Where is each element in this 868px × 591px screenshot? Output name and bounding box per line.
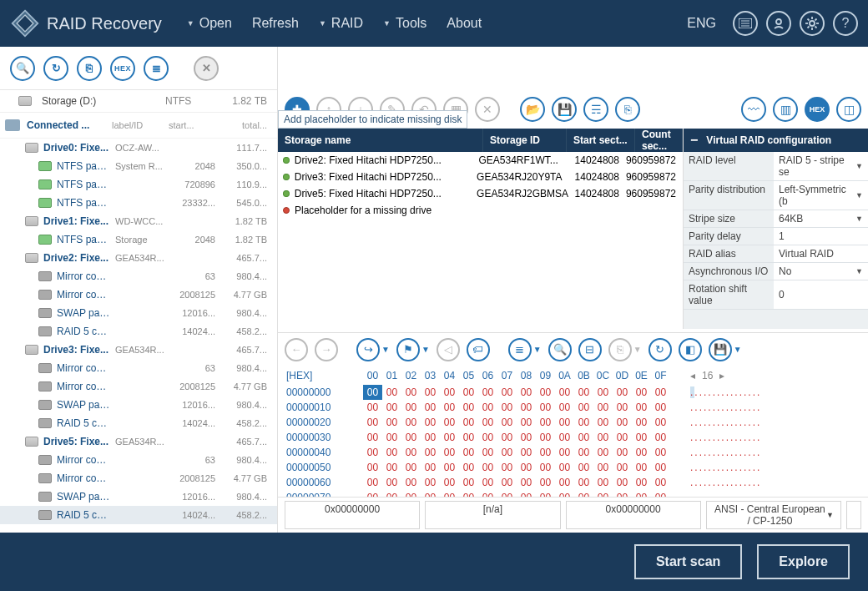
close-icon[interactable]: ✕ bbox=[194, 56, 219, 81]
refresh-icon[interactable]: ↻ bbox=[43, 56, 68, 81]
collapse-config-button[interactable]: − bbox=[690, 133, 698, 148]
menu-about[interactable]: About bbox=[447, 16, 482, 31]
app-logo-icon bbox=[10, 8, 40, 38]
start-scan-button[interactable]: Start scan bbox=[634, 544, 742, 579]
partition-row[interactable]: NTFS partiti...System R...2048350.0... bbox=[0, 157, 277, 175]
config-title: Virtual RAID configuration bbox=[706, 134, 831, 146]
config-row[interactable]: Asynchronous I/ONo▼ bbox=[684, 263, 868, 280]
component-row[interactable]: RAID 5 com...14024...458.2... bbox=[0, 506, 277, 524]
component-icon bbox=[38, 400, 52, 410]
browse-icon[interactable]: ⎘ bbox=[77, 56, 102, 81]
left-toolbar: 🔍 ↻ ⎘ HEX ≣ ✕ bbox=[0, 47, 277, 90]
hex-encoding-dropdown[interactable]: ANSI - Central European / CP-1250▼ bbox=[706, 501, 841, 529]
hex-back-button[interactable]: ← bbox=[285, 338, 308, 361]
gear-icon[interactable] bbox=[800, 11, 825, 36]
component-icon bbox=[38, 271, 52, 281]
component-row[interactable]: SWAP parti...12016...980.4... bbox=[0, 304, 277, 322]
partition-icon bbox=[38, 198, 52, 208]
col-start-sector: Start sect... bbox=[567, 129, 635, 152]
hex-toolbar: ← → ↪▼ ⚑▼ ◁ 🏷 ≣▼ 🔍 ⊟ ⎘▼ ↻ ◧ 💾▼ bbox=[278, 333, 868, 366]
explore-button[interactable]: Explore bbox=[757, 544, 850, 579]
hex-view-button[interactable]: ◧ bbox=[679, 338, 702, 361]
component-row[interactable]: SWAP parti...12016...980.4... bbox=[0, 487, 277, 506]
menu-raid[interactable]: ▼RAID bbox=[319, 16, 363, 31]
hex-mode-button[interactable]: HEX bbox=[805, 97, 830, 122]
hex-list-button[interactable]: ≣ bbox=[508, 338, 532, 361]
svg-point-7 bbox=[810, 21, 815, 26]
drive-row[interactable]: Drive1: Fixe...WD-WCC...1.82 TB bbox=[0, 212, 277, 230]
keyboard-icon[interactable] bbox=[733, 11, 758, 36]
config-row[interactable]: RAID levelRAID 5 - stripe se▼ bbox=[684, 152, 868, 181]
main-menu: ▼Open Refresh ▼RAID ▼Tools About bbox=[187, 16, 688, 31]
hex-tag-button[interactable]: 🏷 bbox=[467, 338, 490, 361]
export-button[interactable]: ⎘ bbox=[615, 97, 640, 122]
menu-open[interactable]: ▼Open bbox=[187, 16, 232, 31]
hex-reload-button[interactable]: ↻ bbox=[648, 338, 672, 361]
drive-row[interactable]: Drive3: Fixe...GEA534R...465.7... bbox=[0, 341, 277, 359]
chart-icon[interactable]: ▥ bbox=[773, 97, 798, 122]
lang-selector[interactable]: ENG bbox=[687, 16, 716, 31]
component-row[interactable]: SWAP parti...12016...980.4... bbox=[0, 396, 277, 414]
raid-drive-row[interactable]: Drive2: Fixed Hitachi HDP7250...GEA534RF… bbox=[278, 152, 683, 169]
hex-goto-button[interactable]: ↪ bbox=[356, 338, 380, 361]
tooltip: Add placeholder to indicate missing disk bbox=[278, 110, 467, 129]
status-dot bbox=[283, 157, 290, 164]
config-row[interactable]: Rotation shift value0 bbox=[684, 280, 868, 310]
component-row[interactable]: Mirror comp...20081254.77 GB bbox=[0, 285, 277, 304]
component-icon bbox=[38, 363, 52, 373]
config-row[interactable]: Parity distributionLeft-Symmetric (b▼ bbox=[684, 181, 868, 210]
hex-pager[interactable]: ◂ 16 ▸ bbox=[690, 370, 724, 381]
save-button[interactable]: 💾 bbox=[552, 97, 577, 122]
component-row[interactable]: RAID 5 com...14024...458.2... bbox=[0, 322, 277, 341]
raid-drive-row[interactable]: Placeholder for a missing drive bbox=[278, 202, 683, 219]
raid-drive-row[interactable]: Drive3: Fixed Hitachi HDP7250...GEA534RJ… bbox=[278, 169, 683, 185]
user-icon[interactable] bbox=[766, 11, 791, 36]
hex-savefile-button[interactable]: 💾 bbox=[709, 338, 732, 361]
search-icon[interactable]: 🔍 bbox=[10, 56, 35, 81]
hex-bookmark-button[interactable]: ⚑ bbox=[396, 338, 420, 361]
hex-search-button[interactable]: 🔍 bbox=[548, 338, 572, 361]
list-icon[interactable]: ≣ bbox=[144, 56, 169, 81]
component-icon bbox=[38, 326, 52, 336]
help-icon[interactable]: ? bbox=[833, 11, 858, 36]
partition-row[interactable]: NTFS partiti...720896110.9... bbox=[0, 175, 277, 194]
component-row[interactable]: RAID 5 com...14024...458.2... bbox=[0, 414, 277, 432]
layers-button[interactable]: ☴ bbox=[583, 97, 608, 122]
hex-toggle-button[interactable]: HEX bbox=[110, 56, 135, 81]
left-panel: 🔍 ↻ ⎘ HEX ≣ ✕ Storage (D:) NTFS 1.82 TB … bbox=[0, 47, 278, 533]
config-row[interactable]: Parity delay1 bbox=[684, 228, 868, 245]
component-row[interactable]: Mirror comp...63980.4... bbox=[0, 267, 277, 285]
drive-row[interactable]: Drive5: Fixe...GEA534R...465.7... bbox=[0, 432, 277, 451]
col-count-sector: Count sec... bbox=[635, 129, 683, 152]
svg-line-13 bbox=[815, 27, 817, 28]
activity-icon[interactable]: 〰 bbox=[741, 97, 766, 122]
component-row[interactable]: Mirror comp...63980.4... bbox=[0, 359, 277, 377]
remove-button[interactable]: ✕ bbox=[475, 97, 500, 122]
config-row[interactable]: RAID aliasVirtual RAID bbox=[684, 245, 868, 263]
component-row[interactable]: Mirror comp...20081254.77 GB bbox=[0, 377, 277, 396]
component-icon bbox=[38, 290, 52, 300]
menu-refresh[interactable]: Refresh bbox=[252, 16, 299, 31]
menu-tools[interactable]: ▼Tools bbox=[383, 16, 426, 31]
col-storage-id: Storage ID bbox=[483, 129, 567, 152]
partition-row[interactable]: NTFS partiti...Storage20481.82 TB bbox=[0, 230, 277, 249]
component-row[interactable]: Mirror comp...20081254.77 GB bbox=[0, 469, 277, 487]
drive-row[interactable]: Drive2: Fixe...GEA534R...465.7... bbox=[0, 249, 277, 267]
hex-forward-button[interactable]: → bbox=[315, 338, 338, 361]
open-folder-button[interactable]: 📂 bbox=[520, 97, 545, 122]
raid-config-panel: − Virtual RAID configuration RAID levelR… bbox=[683, 129, 868, 329]
component-row[interactable]: Mirror comp...63980.4... bbox=[0, 451, 277, 469]
raid-drive-row[interactable]: Drive5: Fixed Hitachi HDP7250...GEA534RJ… bbox=[278, 185, 683, 202]
hex-viewer: ← → ↪▼ ⚑▼ ◁ 🏷 ≣▼ 🔍 ⊟ ⎘▼ ↻ ◧ 💾▼ [HEX]0001… bbox=[278, 332, 868, 533]
drive-row[interactable]: Drive0: Fixe...OCZ-AW...111.7... bbox=[0, 139, 277, 157]
svg-point-6 bbox=[776, 19, 781, 24]
hex-prev-tag-button[interactable]: ◁ bbox=[437, 338, 460, 361]
component-icon bbox=[38, 418, 52, 428]
config-row[interactable]: Stripe size64KB▼ bbox=[684, 210, 868, 228]
partition-row[interactable]: NTFS partiti...23332...545.0... bbox=[0, 194, 277, 212]
hex-save-button[interactable]: ⊟ bbox=[578, 338, 602, 361]
drive-tree: Drive0: Fixe...OCZ-AW...111.7...NTFS par… bbox=[0, 139, 277, 533]
hex-copy-button[interactable]: ⎘ bbox=[608, 338, 632, 361]
panel-icon[interactable]: ◫ bbox=[836, 97, 861, 122]
connected-section: Connected ... label/ID start... total... bbox=[0, 113, 277, 139]
